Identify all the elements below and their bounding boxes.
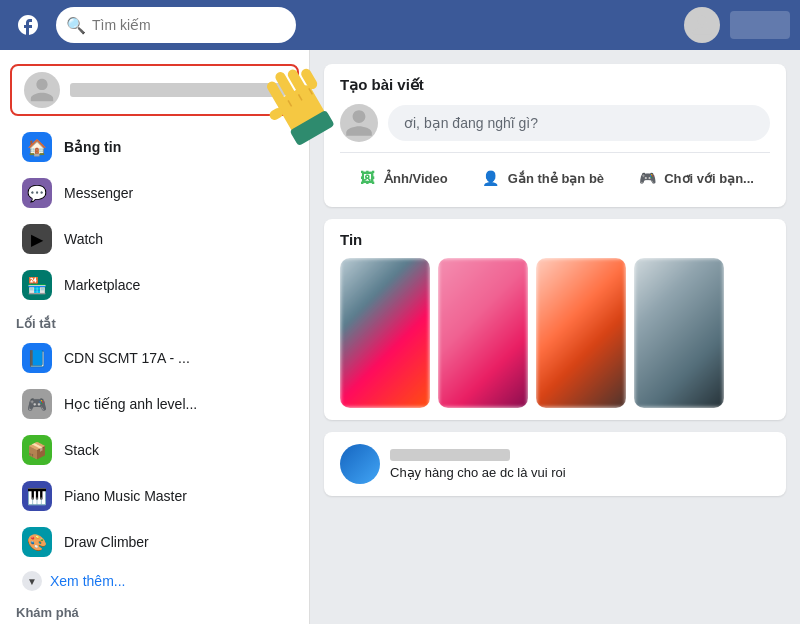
hoc-label: Học tiếng anh level... xyxy=(64,396,197,412)
story-card-2[interactable] xyxy=(438,258,528,408)
tag-icon: 👤 xyxy=(480,167,502,189)
stack-label: Stack xyxy=(64,442,99,458)
stories-row xyxy=(340,258,770,408)
bottom-card-name-blur xyxy=(390,449,510,461)
marketplace-label: Marketplace xyxy=(64,277,140,293)
create-post-card: Tạo bài viết ơi, bạn đang nghĩ gì? 🖼 Ảnh… xyxy=(324,64,786,207)
bottom-card-text: Chạy hàng cho ae dc là vui roi xyxy=(390,465,566,480)
story-card-4[interactable] xyxy=(634,258,724,408)
profile-avatar xyxy=(24,72,60,108)
sidebar: 🏠 Bảng tin 💬 Messenger ▶ Watch 🏪 Marketp… xyxy=(0,50,310,624)
story-bg-4 xyxy=(634,258,724,408)
piano-label: Piano Music Master xyxy=(64,488,187,504)
bottom-post-card: Chạy hàng cho ae dc là vui roi xyxy=(324,432,786,496)
cdn-icon: 📘 xyxy=(22,343,52,373)
messenger-icon: 💬 xyxy=(22,178,52,208)
post-actions: 🖼 Ảnh/Video 👤 Gắn thẻ bạn bè 🎮 Chơi với … xyxy=(340,161,770,195)
cdn-label: CDN SCMT 17A - ... xyxy=(64,350,190,366)
stories-section: Tin xyxy=(324,219,786,420)
nav-name-box xyxy=(730,11,790,39)
search-icon: 🔍 xyxy=(66,16,86,35)
search-input[interactable] xyxy=(92,17,272,33)
sidebar-item-messenger[interactable]: 💬 Messenger xyxy=(6,170,303,216)
see-more-label: Xem thêm... xyxy=(50,573,125,589)
sidebar-item-draw[interactable]: 🎨 Draw Climber xyxy=(6,519,303,565)
profile-name-blur xyxy=(70,83,285,97)
sidebar-item-bang-tin[interactable]: 🏠 Bảng tin xyxy=(6,124,303,170)
profile-row[interactable] xyxy=(10,64,299,116)
main-content: Tạo bài viết ơi, bạn đang nghĩ gì? 🖼 Ảnh… xyxy=(310,50,800,624)
shortcuts-section-label: Lối tắt xyxy=(0,308,309,335)
sidebar-item-cdn[interactable]: 📘 CDN SCMT 17A - ... xyxy=(6,335,303,381)
draw-icon: 🎨 xyxy=(22,527,52,557)
photo-label: Ảnh/Video xyxy=(384,171,448,186)
bang-tin-label: Bảng tin xyxy=(64,139,121,155)
tag-label: Gắn thẻ bạn bè xyxy=(508,171,604,186)
sidebar-item-watch[interactable]: ▶ Watch xyxy=(6,216,303,262)
sidebar-item-hoc[interactable]: 🎮 Học tiếng anh level... xyxy=(6,381,303,427)
tag-friend-button[interactable]: 👤 Gắn thẻ bạn bè xyxy=(468,161,616,195)
topnav: 🔍 xyxy=(0,0,800,50)
stack-icon: 📦 xyxy=(22,435,52,465)
story-card-3[interactable] xyxy=(536,258,626,408)
see-more-shortcuts[interactable]: ▼ Xem thêm... xyxy=(6,565,303,597)
game-icon: 🎮 xyxy=(636,167,658,189)
search-bar[interactable]: 🔍 xyxy=(56,7,296,43)
fb-logo[interactable] xyxy=(10,7,46,43)
draw-label: Draw Climber xyxy=(64,534,149,550)
story-bg-3 xyxy=(536,258,626,408)
post-divider xyxy=(340,152,770,153)
main-layout: 🏠 Bảng tin 💬 Messenger ▶ Watch 🏪 Marketp… xyxy=(0,50,800,624)
nav-avatar[interactable] xyxy=(684,7,720,43)
bang-tin-icon: 🏠 xyxy=(22,132,52,162)
story-bg-1 xyxy=(340,258,430,408)
stories-title: Tin xyxy=(340,231,770,248)
story-bg-2 xyxy=(438,258,528,408)
play-game-button[interactable]: 🎮 Chơi với bạn... xyxy=(624,161,766,195)
explore-section-label: Khám phá xyxy=(0,597,309,624)
messenger-label: Messenger xyxy=(64,185,133,201)
photo-icon: 🖼 xyxy=(356,167,378,189)
create-post-row: ơi, bạn đang nghĩ gì? xyxy=(340,104,770,142)
create-post-title: Tạo bài viết xyxy=(340,76,770,94)
sidebar-item-piano[interactable]: 🎹 Piano Music Master xyxy=(6,473,303,519)
watch-label: Watch xyxy=(64,231,103,247)
chevron-down-icon: ▼ xyxy=(22,571,42,591)
post-input[interactable]: ơi, bạn đang nghĩ gì? xyxy=(388,105,770,141)
game-label: Chơi với bạn... xyxy=(664,171,754,186)
sidebar-item-stack[interactable]: 📦 Stack xyxy=(6,427,303,473)
story-card-1[interactable] xyxy=(340,258,430,408)
photo-video-button[interactable]: 🖼 Ảnh/Video xyxy=(344,161,460,195)
bottom-card-content: Chạy hàng cho ae dc là vui roi xyxy=(390,449,566,480)
watch-icon: ▶ xyxy=(22,224,52,254)
sidebar-item-marketplace[interactable]: 🏪 Marketplace xyxy=(6,262,303,308)
marketplace-icon: 🏪 xyxy=(22,270,52,300)
post-user-avatar xyxy=(340,104,378,142)
bottom-card-avatar xyxy=(340,444,380,484)
hoc-icon: 🎮 xyxy=(22,389,52,419)
piano-icon: 🎹 xyxy=(22,481,52,511)
